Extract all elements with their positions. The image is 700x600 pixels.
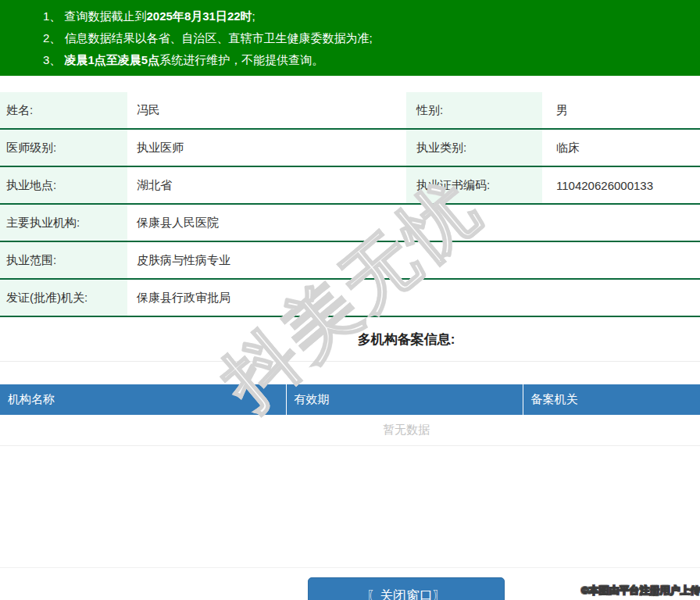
table-row: 主要执业机构: 保康县人民医院 — [0, 204, 700, 241]
notice-bold-text: 2025年8月31日22时 — [147, 9, 252, 23]
notice-banner: 1、 查询数据截止到2025年8月31日22时; 2、 信息数据结果以各省、自治… — [0, 0, 700, 76]
column-header-record-authority: 备案机关 — [523, 384, 700, 415]
field-value-doctor-level: 执业医师 — [127, 129, 406, 166]
field-value-issuing-authority: 保康县行政审批局 — [127, 279, 700, 316]
field-label-main-institution: 主要执业机构: — [0, 204, 127, 241]
notice-line-3: 3、 凌晨1点至凌晨5点系统进行维护，不能提供查询。 — [43, 49, 700, 71]
table-row: 执业地点: 湖北省 执业证书编码: 110420626000133 — [0, 166, 700, 204]
notice-bold-text: 凌晨1点至凌晨5点 — [65, 53, 160, 66]
notice-number: 3、 — [43, 53, 65, 66]
field-label-practice-scope: 执业范围: — [0, 241, 127, 279]
field-label-name: 姓名: — [0, 92, 127, 129]
field-value-practice-scope: 皮肤病与性病专业 — [127, 241, 700, 279]
field-label-doctor-level: 医师级别: — [0, 129, 127, 166]
field-label-gender: 性别: — [406, 92, 542, 129]
column-header-validity-period: 有效期 — [286, 384, 523, 415]
notice-number: 1、 — [43, 9, 65, 23]
record-table-empty-row: 暂无数据 — [0, 415, 700, 446]
table-row: 姓名: 冯民 性别: 男 — [0, 92, 700, 129]
bottom-divider — [0, 567, 700, 568]
notice-text: 信息数据结果以各省、自治区、直辖市卫生健康委数据为准; — [65, 31, 373, 45]
notice-text: 查询数据截止到 — [65, 9, 147, 23]
column-header-institution-name: 机构名称 — [0, 384, 286, 415]
empty-data-message: 暂无数据 — [0, 415, 700, 446]
record-table-header-row: 机构名称 有效期 备案机关 — [0, 384, 700, 415]
query-result-page: 1、 查询数据截止到2025年8月31日22时; 2、 信息数据结果以各省、自治… — [0, 0, 700, 600]
table-row: 执业范围: 皮肤病与性病专业 — [0, 241, 700, 279]
notice-line-1: 1、 查询数据截止到2025年8月31日22时; — [43, 5, 700, 27]
notice-number: 2、 — [43, 31, 65, 45]
table-row: 医师级别: 执业医师 执业类别: 临床 — [0, 129, 700, 166]
field-value-gender: 男 — [542, 92, 700, 129]
table-row: 发证(批准)机关: 保康县行政审批局 — [0, 279, 700, 316]
multi-institution-record-table: 机构名称 有效期 备案机关 暂无数据 — [0, 384, 700, 446]
field-label-certificate-number: 执业证书编码: — [406, 166, 542, 204]
field-label-practice-category: 执业类别: — [406, 129, 542, 166]
multi-institution-section-title: 多机构备案信息: — [0, 317, 700, 362]
field-value-practice-location: 湖北省 — [127, 166, 406, 204]
field-value-certificate-number: 110420626000133 — [542, 166, 700, 204]
close-window-button[interactable]: 〖关闭窗口〗 — [308, 577, 505, 600]
notice-text: 系统进行维护，不能提供查询。 — [159, 53, 323, 66]
field-value-main-institution: 保康县人民医院 — [127, 204, 700, 241]
image-credit-text: ©本图由平台注册用户上传 — [581, 584, 700, 598]
field-value-practice-category: 临床 — [542, 129, 700, 166]
notice-line-2: 2、 信息数据结果以各省、自治区、直辖市卫生健康委数据为准; — [43, 27, 700, 49]
notice-text: ; — [252, 9, 255, 23]
field-label-practice-location: 执业地点: — [0, 166, 127, 204]
practitioner-info-table: 姓名: 冯民 性别: 男 医师级别: 执业医师 执业类别: 临床 执业地点: 湖… — [0, 92, 700, 317]
field-value-name: 冯民 — [127, 92, 406, 129]
field-label-issuing-authority: 发证(批准)机关: — [0, 279, 127, 316]
